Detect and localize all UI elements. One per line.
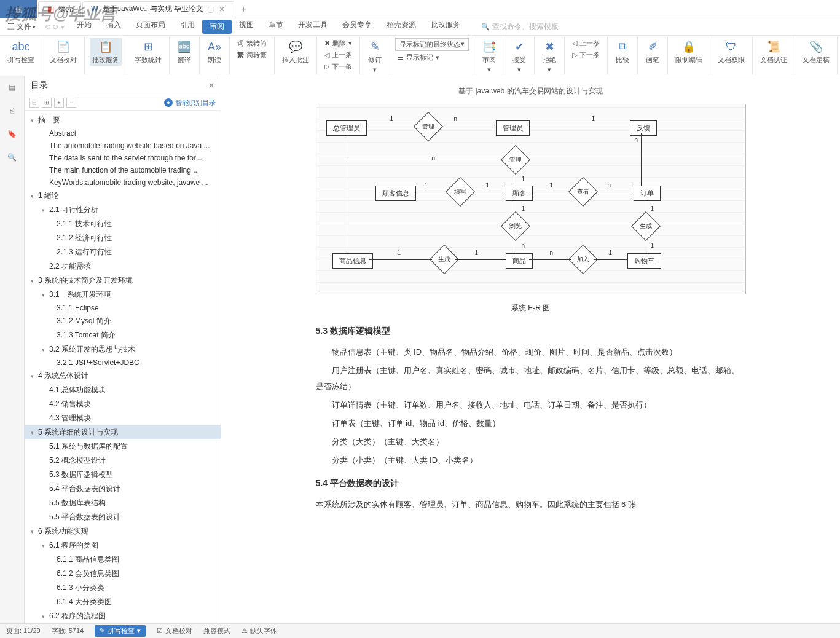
spell-check-status[interactable]: ✎ 拼写检查 ▾	[95, 625, 146, 637]
pen-button[interactable]: ✐画笔	[643, 38, 662, 66]
compare-button[interactable]: ⧉比较	[613, 38, 632, 66]
menu-会员专享[interactable]: 会员专享	[335, 20, 379, 34]
word-count-button[interactable]: ⊞字数统计	[132, 38, 164, 66]
outline-item[interactable]: ▾3.2 系统开发的思想与技术	[25, 342, 221, 356]
outline-icon[interactable]: ▤	[6, 81, 18, 93]
app-menu-icon[interactable]: ▥	[0, 0, 37, 18]
search-icon[interactable]: 🔍	[6, 151, 18, 163]
outline-item[interactable]: 3.1.2 Mysql 简介	[25, 314, 221, 328]
outline-item[interactable]: 6.1.4 大分类类图	[25, 595, 221, 609]
outline-item[interactable]: 2.1.2 经济可行性	[25, 231, 221, 245]
menu-视图[interactable]: 视图	[232, 20, 261, 34]
outline-item[interactable]: 3.1.1 Eclipse	[25, 302, 221, 314]
delete-comment-button[interactable]: ✖ 删除▾	[322, 38, 355, 49]
close-icon[interactable]: ✕	[218, 5, 226, 14]
outline-item[interactable]: 2.1.3 运行可行性	[25, 245, 221, 259]
outline-item[interactable]: ▾3.1 系统开发环境	[25, 288, 221, 302]
outline-item[interactable]: 4.2 销售模块	[25, 397, 221, 411]
insert-comment-button[interactable]: 💬插入批注	[280, 38, 312, 66]
outline-item[interactable]: 5.5 平台数据表的设计	[25, 510, 221, 524]
outline-item[interactable]: ▾6 系统功能实现	[25, 524, 221, 538]
menu-开发工具[interactable]: 开发工具	[291, 20, 335, 34]
tab-2[interactable]: W 基于JavaWe...与实现 毕业论文 ▢ ✕	[82, 1, 234, 17]
search-command-input[interactable]: 查找命令、搜索模板	[481, 22, 559, 32]
outline-item[interactable]: KeyWords:automobile trading website, jav…	[25, 176, 221, 189]
collapse-button[interactable]: +	[54, 98, 64, 108]
menu-插入[interactable]: 插入	[99, 20, 128, 34]
simp-to-trad-button[interactable]: 繁简转繁	[235, 50, 269, 60]
trad-to-simp-button[interactable]: 词繁转简	[235, 38, 269, 49]
doc-auth-button[interactable]: 🛡文档权限	[715, 38, 747, 66]
outline-item[interactable]: 6.1.3 小分类类	[25, 581, 221, 595]
outline-item[interactable]: ▾5 系统详细的设计与实现	[25, 425, 221, 439]
outline-item[interactable]: 6.1.2 会员信息类图	[25, 567, 221, 581]
doc-check-status[interactable]: ☑ 文档校对	[157, 626, 192, 636]
display-mode-dropdown[interactable]: 显示标记的最终状态▾	[395, 38, 469, 51]
outline-item[interactable]: ▾6.1 程序的类图	[25, 538, 221, 553]
outline-item[interactable]: ▾4 系统总体设计	[25, 369, 221, 383]
spell-check-button[interactable]: abc拼写检查	[5, 38, 37, 66]
outline-item[interactable]: 5.5 数据库表结构	[25, 496, 221, 510]
outline-item[interactable]: 5.3 数据库逻辑模型	[25, 468, 221, 482]
translate-button[interactable]: 🔤翻译	[175, 38, 194, 66]
compat-mode[interactable]: 兼容模式	[203, 626, 230, 636]
bookmark-icon[interactable]: 🔖	[6, 128, 18, 140]
correction-button[interactable]: 📋批改服务	[90, 38, 122, 66]
outline-item[interactable]: 3.2.1 JSP+Servlet+JDBC	[25, 356, 221, 369]
doc-final-button[interactable]: 📎文档定稿	[800, 38, 832, 66]
prev-comment-button[interactable]: ◁ 上一条	[322, 50, 355, 60]
outline-item[interactable]: The main function of the automobile trad…	[25, 164, 221, 176]
close-icon[interactable]: ✕	[208, 81, 214, 90]
outline-item[interactable]: 5.1 系统与数据库的配置	[25, 439, 221, 454]
restrict-edit-button[interactable]: 🔒限制编辑	[673, 38, 705, 66]
expand-button[interactable]: −	[66, 98, 76, 108]
nav-icon[interactable]: ⎘	[6, 104, 18, 117]
caret-icon: ▾	[42, 613, 49, 620]
outline-item[interactable]: 2.1.1 技术可行性	[25, 217, 221, 231]
prev-change-button[interactable]: ◁ 上一条	[570, 38, 602, 49]
menu-章节[interactable]: 章节	[261, 20, 291, 34]
outline-item[interactable]: ▾6.2 程序的流程图	[25, 609, 221, 623]
expand-all-button[interactable]: ⊞	[42, 98, 52, 108]
read-aloud-button[interactable]: A»朗读	[205, 38, 224, 66]
tab-1[interactable]: ◧ 稿壳	[38, 1, 81, 17]
collapse-all-button[interactable]: ⊟	[29, 98, 39, 108]
outline-item[interactable]: ▾摘 要	[25, 113, 221, 127]
outline-item[interactable]: 5.2 概念模型设计	[25, 454, 221, 468]
file-menu[interactable]: 三 文件▾	[4, 22, 39, 32]
tab-options-icon[interactable]: ▢	[207, 5, 214, 14]
outline-item[interactable]: 4.1 总体功能模块	[25, 383, 221, 397]
outline-item[interactable]: 2.2 功能需求	[25, 259, 221, 274]
page-indicator[interactable]: 页面: 11/29	[6, 626, 41, 636]
menu-审阅[interactable]: 审阅	[202, 20, 232, 34]
outline-item[interactable]: The data is sent to the servlet through …	[25, 152, 221, 164]
menu-稻壳资源[interactable]: 稻壳资源	[379, 20, 423, 34]
menu-批改服务[interactable]: 批改服务	[423, 20, 468, 34]
outline-item[interactable]: ▾1 绪论	[25, 189, 221, 203]
missing-font[interactable]: ⚠ 缺失字体	[241, 626, 277, 636]
menu-引用[interactable]: 引用	[173, 20, 202, 34]
outline-item[interactable]: ▾3 系统的技术简介及开发环境	[25, 274, 221, 288]
outline-item[interactable]: 5.4 平台数据表的设计	[25, 482, 221, 496]
menu-页面布局[interactable]: 页面布局	[128, 20, 173, 34]
outline-item[interactable]: 6.1.1 商品信息类图	[25, 553, 221, 567]
word-count[interactable]: 字数: 5714	[52, 626, 84, 636]
review-pane-button[interactable]: 📑审阅▾	[479, 38, 499, 75]
document-area[interactable]: 基于 java web 的汽车交易网站的设计与实现 总管理员 管理 管理员 反馈…	[221, 76, 840, 623]
add-tab-button[interactable]: +	[234, 4, 252, 15]
menu-开始[interactable]: 开始	[69, 20, 99, 34]
accept-button[interactable]: ✔接受▾	[509, 38, 529, 75]
outline-item[interactable]: 3.1.3 Tomcat 简介	[25, 328, 221, 342]
show-marks-button[interactable]: ☰ 显示标记▾	[395, 52, 469, 63]
track-changes-button[interactable]: ✎修订▾	[365, 38, 385, 75]
reject-button[interactable]: ✖拒绝▾	[540, 38, 559, 75]
next-change-button[interactable]: ▷ 下一条	[570, 50, 602, 60]
outline-item[interactable]: Abstract	[25, 127, 221, 140]
outline-item[interactable]: ▾2.1 可行性分析	[25, 203, 221, 217]
next-comment-button[interactable]: ▷ 下一条	[322, 61, 355, 72]
outline-item[interactable]: The automobile trading website based on …	[25, 140, 221, 152]
doc-check-button[interactable]: 📄文档校对	[47, 38, 79, 66]
smart-outline-button[interactable]: ●智能识别目录	[164, 98, 216, 108]
outline-item[interactable]: 4.3 管理模块	[25, 411, 221, 425]
doc-cert-button[interactable]: 📜文档认证	[758, 38, 790, 66]
